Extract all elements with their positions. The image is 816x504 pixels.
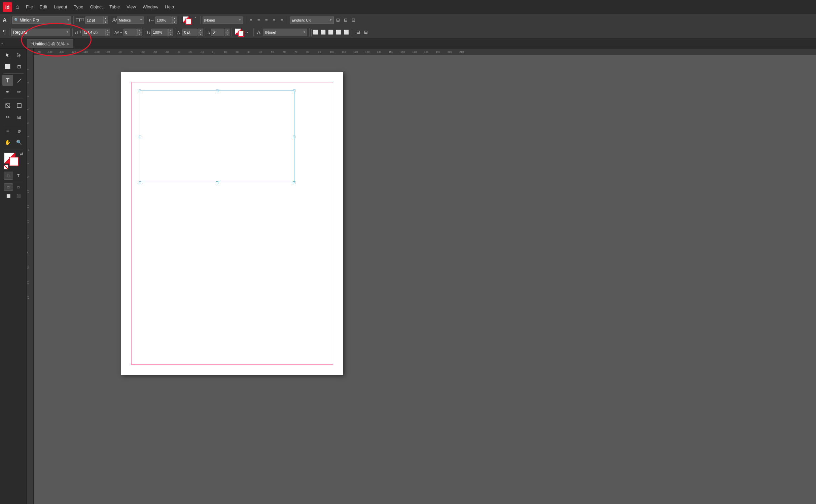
align-justify-button[interactable]: ≡: [271, 16, 278, 24]
vscale-down[interactable]: ▼: [168, 32, 173, 36]
indent-btn-2[interactable]: ⊟: [362, 29, 369, 36]
char-style-dropdown[interactable]: [None] ▼: [203, 16, 243, 24]
eyedropper-tool[interactable]: ⌀: [14, 125, 25, 136]
menu-view[interactable]: View: [123, 3, 139, 11]
none-color-button[interactable]: [4, 165, 8, 170]
para-align-justify[interactable]: ⬜: [335, 29, 342, 36]
font-style-dropdown[interactable]: Regular ▼: [11, 29, 70, 36]
line-tool[interactable]: —: [11, 73, 27, 88]
para-style-dropdown[interactable]: [None] ▼: [263, 29, 307, 36]
preview-view-button[interactable]: □: [14, 183, 23, 191]
baseline-up[interactable]: ▲: [198, 29, 203, 32]
skew-input[interactable]: [211, 29, 224, 36]
leading-down[interactable]: ▼: [105, 32, 110, 36]
slug-view-button[interactable]: ⬛: [14, 192, 23, 200]
bleed-view-button[interactable]: ⬜: [4, 192, 13, 200]
hand-tool[interactable]: ✋: [2, 137, 13, 148]
home-button[interactable]: ⌂: [15, 3, 19, 10]
more-align-3[interactable]: ⊟: [350, 16, 357, 24]
tab-close-button[interactable]: ×: [67, 42, 69, 46]
leading-input[interactable]: [82, 29, 106, 36]
para-align-left[interactable]: ⬜: [312, 29, 319, 36]
align-left-button[interactable]: ≡: [247, 16, 255, 24]
h-scale-up[interactable]: ▲: [172, 16, 177, 20]
canvas-area[interactable]: -150 -140 -130 -120 -110 -100 -90 -80 -7…: [27, 48, 816, 504]
handle-top-left[interactable]: [139, 89, 141, 92]
t2-sep-8: [253, 28, 254, 36]
menu-file[interactable]: File: [23, 3, 36, 11]
text-frame[interactable]: [140, 91, 294, 183]
panel-collapse-button[interactable]: «: [1, 41, 3, 45]
vscale-input[interactable]: [151, 29, 168, 36]
tracking-input[interactable]: [123, 29, 137, 36]
kerning-dropdown[interactable]: Metrics ▼: [117, 16, 144, 24]
h-scale-down[interactable]: ▼: [172, 20, 177, 24]
skew-up[interactable]: ▲: [225, 29, 229, 32]
handle-bottom-left[interactable]: [139, 181, 141, 184]
stroke-swatch-toolbar2[interactable]: [238, 31, 244, 37]
para-align-center[interactable]: ⬜: [319, 29, 327, 36]
swap-fill-stroke-button[interactable]: ⇄: [20, 151, 23, 156]
handle-top-right[interactable]: [293, 89, 295, 92]
handle-top-center[interactable]: [216, 89, 218, 92]
menu-window[interactable]: Window: [139, 3, 162, 11]
para-align-justify-all[interactable]: ⬜: [343, 29, 350, 36]
rectangle-frame-tool[interactable]: [2, 100, 13, 111]
selection-tool[interactable]: [2, 50, 13, 61]
stroke-swatch-toolbar[interactable]: [185, 19, 191, 25]
baseline-down[interactable]: ▼: [198, 32, 203, 36]
text-tool[interactable]: T: [2, 75, 13, 86]
menu-layout[interactable]: Layout: [50, 3, 70, 11]
handle-middle-right[interactable]: [293, 136, 295, 138]
direct-select-tool[interactable]: [14, 50, 25, 61]
handle-middle-left[interactable]: [139, 136, 141, 138]
document-tab[interactable]: *Untitled-1 @ 81% ×: [27, 39, 73, 48]
scissors-tool[interactable]: ✂: [2, 112, 13, 122]
align-center-button[interactable]: ≡: [255, 16, 262, 24]
menu-object[interactable]: Object: [86, 3, 106, 11]
format-container-button[interactable]: □: [4, 172, 13, 180]
h-scale-input[interactable]: [155, 16, 172, 24]
font-size-input[interactable]: [85, 16, 104, 24]
menu-type[interactable]: Type: [70, 3, 86, 11]
more-align-1[interactable]: ⊟: [334, 16, 342, 24]
baseline-input[interactable]: [182, 29, 198, 36]
align-justify-all-button[interactable]: ≡: [278, 16, 286, 24]
transform-tool[interactable]: ⊞: [14, 112, 25, 122]
stroke-color-swatch[interactable]: [9, 157, 19, 166]
align-right-button[interactable]: ≡: [263, 16, 270, 24]
menu-table[interactable]: Table: [106, 3, 123, 11]
tracking-down[interactable]: ▼: [137, 32, 142, 36]
note-tool[interactable]: ≡: [2, 125, 13, 136]
pen-tool[interactable]: ✒: [2, 86, 13, 97]
page-container[interactable]: [34, 55, 816, 504]
leading-up[interactable]: ▲: [105, 29, 110, 32]
vscale-up[interactable]: ▲: [168, 29, 173, 32]
t2-sep-6: [205, 28, 205, 36]
page-tool[interactable]: ⬜: [2, 61, 13, 72]
menu-help[interactable]: Help: [162, 3, 177, 11]
tracking-up[interactable]: ▲: [137, 29, 142, 32]
rectangle-tool[interactable]: [14, 100, 25, 111]
handle-bottom-center[interactable]: [216, 181, 218, 184]
gap-tool[interactable]: ⊡: [14, 61, 25, 72]
font-size-up[interactable]: ▲: [103, 16, 108, 20]
font-name-dropdown[interactable]: 🔍 Minion Pro ▼: [12, 16, 71, 24]
menu-edit[interactable]: Edit: [36, 3, 50, 11]
zoom-tool[interactable]: 🔍: [14, 137, 25, 148]
kern-icon-group: AV: [112, 17, 116, 23]
more-align-2[interactable]: ⊟: [342, 16, 350, 24]
pencil-tool[interactable]: ✏: [14, 86, 25, 97]
expand-arrow-toolbar[interactable]: ›: [195, 15, 198, 25]
expand-arrow-toolbar2[interactable]: ›: [247, 27, 251, 37]
format-text-button[interactable]: T: [14, 172, 23, 180]
separator-3: [110, 16, 110, 24]
font-size-down[interactable]: ▼: [103, 20, 108, 24]
normal-view-button[interactable]: □: [4, 183, 13, 191]
handle-bottom-right[interactable]: [293, 181, 295, 184]
indent-btn-1[interactable]: ⊟: [354, 29, 362, 36]
skew-down[interactable]: ▼: [225, 32, 229, 36]
para-align-right[interactable]: ⬜: [327, 29, 334, 36]
para-style-value: [None]: [265, 30, 303, 34]
language-dropdown[interactable]: English: UK ▼: [290, 16, 334, 24]
